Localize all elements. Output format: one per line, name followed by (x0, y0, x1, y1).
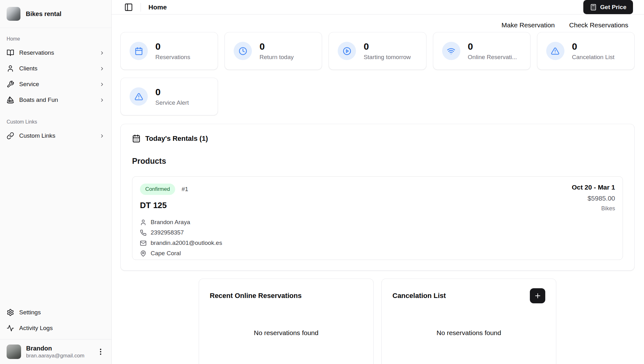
brand-name: Bikes rental (26, 10, 61, 18)
sidebar-item-label: Boats and Fun (19, 97, 94, 103)
phone-row: 2392958357 (140, 229, 222, 236)
empty-state-text: No reservations found (210, 329, 363, 337)
get-price-button[interactable]: Get Price (583, 0, 633, 14)
chevron-right-icon (99, 66, 105, 71)
stat-label: Return today (259, 54, 294, 61)
sidebar-item-settings[interactable]: Settings (3, 305, 108, 320)
stat-value: 0 (155, 87, 189, 97)
topbar: Home Get Price (112, 0, 644, 14)
user-icon (140, 219, 147, 226)
reservation-number: #1 (181, 186, 188, 193)
user-email: bran.aaraya@gmail.com (26, 353, 92, 359)
stat-label: Service Alert (155, 99, 189, 106)
chevron-right-icon (99, 82, 105, 87)
product-card[interactable]: Confirmed #1 DT 125 Brandon Araya 239295… (132, 176, 623, 260)
stat-value: 0 (364, 41, 411, 52)
status-badge: Confirmed (140, 184, 175, 195)
empty-state-text: No reservations found (392, 329, 545, 337)
todays-rentals-card: Today's Rentals (1) Products Confirmed #… (120, 124, 635, 271)
client-phone: 2392958357 (151, 229, 184, 236)
sidebar-item-label: Activity Logs (19, 325, 105, 332)
play-circle-icon (338, 42, 356, 60)
page-title: Home (148, 3, 167, 11)
products-heading: Products (132, 157, 623, 166)
sidebar-toggle-icon[interactable] (124, 3, 133, 12)
quick-actions: Make Reservation Check Reservations (112, 14, 644, 29)
sidebar-item-service[interactable]: Service (3, 76, 108, 92)
more-vertical-icon[interactable] (97, 348, 105, 356)
sidebar-item-label: Custom Links (19, 132, 94, 139)
user-avatar (7, 345, 21, 359)
cancelation-list-title: Cancelation List (392, 292, 446, 300)
user-name: Brandon (26, 345, 92, 352)
map-pin-icon (140, 250, 147, 257)
stat-card-cancelation-list[interactable]: 0 Cancelation List (537, 32, 635, 70)
brand: Bikes rental (0, 0, 111, 28)
user-icon (7, 65, 14, 72)
stat-card-return-today[interactable]: 0 Return today (225, 32, 322, 70)
stat-card-online-reservations[interactable]: 0 Online Reservati... (433, 32, 530, 70)
user-profile[interactable]: Brandon bran.aaraya@gmail.com (0, 339, 111, 364)
link-icon (7, 132, 14, 140)
check-reservations-link[interactable]: Check Reservations (569, 21, 628, 29)
rental-dates: Oct 20 - Mar 1 (572, 184, 615, 191)
stat-label: Cancelation List (572, 54, 614, 61)
topbar-divider (141, 3, 141, 12)
stat-label: Online Reservati... (468, 54, 517, 61)
brand-logo-image (7, 7, 20, 21)
mail-icon (140, 240, 147, 246)
client-row: Brandon Araya (140, 219, 222, 226)
stat-card-reservations[interactable]: 0 Reservations (120, 32, 218, 70)
boat-icon (7, 96, 14, 104)
content: 0 Reservations 0 Return today 0 (112, 29, 644, 364)
make-reservation-link[interactable]: Make Reservation (502, 21, 555, 29)
stat-card-service-alert[interactable]: 0 Service Alert (120, 78, 218, 115)
sidebar-item-boats-and-fun[interactable]: Boats and Fun (3, 92, 108, 108)
bottom-row: Recent Online Reservations No reservatio… (120, 279, 635, 364)
sidebar-nav: Home Reservations Clients Service (0, 28, 111, 305)
rental-category: Bikes (572, 205, 615, 212)
stat-value: 0 (155, 41, 190, 52)
calendar-icon (130, 42, 148, 60)
sidebar-item-label: Clients (19, 65, 94, 72)
stats-grid: 0 Reservations 0 Return today 0 (120, 32, 635, 115)
calculator-icon (590, 4, 597, 11)
sidebar-footer: Settings Activity Logs (0, 305, 111, 339)
client-name: Brandon Araya (151, 219, 190, 226)
stat-label: Starting tomorrow (364, 54, 411, 61)
sidebar-item-activity-logs[interactable]: Activity Logs (3, 320, 108, 336)
phone-icon (140, 229, 147, 236)
sidebar-item-label: Reservations (19, 49, 94, 56)
alert-triangle-icon (546, 42, 564, 60)
client-email: brandin.a2001@outlook.es (151, 240, 222, 246)
sidebar-item-custom-links[interactable]: Custom Links (3, 128, 108, 144)
chevron-right-icon (99, 97, 105, 103)
chevron-right-icon (99, 133, 105, 139)
stat-card-starting-tomorrow[interactable]: 0 Starting tomorrow (329, 32, 426, 70)
stat-value: 0 (572, 41, 614, 52)
sidebar-item-clients[interactable]: Clients (3, 61, 108, 76)
plus-icon (534, 292, 541, 300)
sidebar: Bikes rental Home Reservations Clients S… (0, 0, 112, 364)
section-label-custom-links: Custom Links (3, 115, 108, 128)
wrench-icon (7, 80, 14, 88)
add-cancelation-button[interactable] (530, 288, 545, 303)
book-open-icon (7, 49, 14, 57)
email-row: brandin.a2001@outlook.es (140, 240, 222, 246)
sidebar-item-reservations[interactable]: Reservations (3, 45, 108, 61)
stat-value: 0 (259, 41, 294, 52)
rental-price: $5985.00 (572, 195, 615, 202)
calendar-days-icon (132, 134, 141, 143)
sidebar-item-label: Settings (19, 309, 105, 316)
recent-online-reservations-title: Recent Online Reservations (210, 292, 302, 300)
wifi-icon (442, 42, 460, 60)
cancelation-list-card: Cancelation List No reservations found (381, 279, 556, 364)
chevron-right-icon (99, 50, 105, 56)
sidebar-item-label: Service (19, 81, 94, 88)
activity-icon (7, 324, 14, 332)
clock-icon (234, 42, 252, 60)
client-location: Cape Coral (151, 250, 181, 257)
alert-triangle-icon (130, 87, 148, 106)
stat-value: 0 (468, 41, 517, 52)
get-price-label: Get Price (600, 4, 626, 11)
